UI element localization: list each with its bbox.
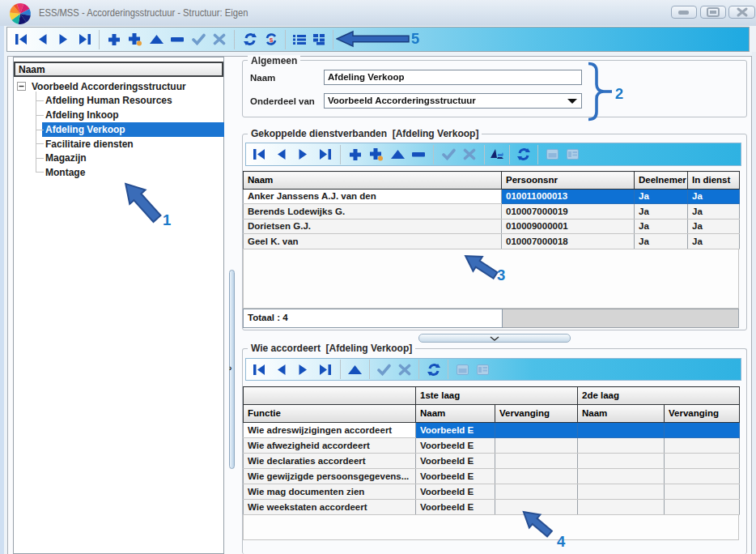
svg-text:$: $	[269, 36, 273, 44]
